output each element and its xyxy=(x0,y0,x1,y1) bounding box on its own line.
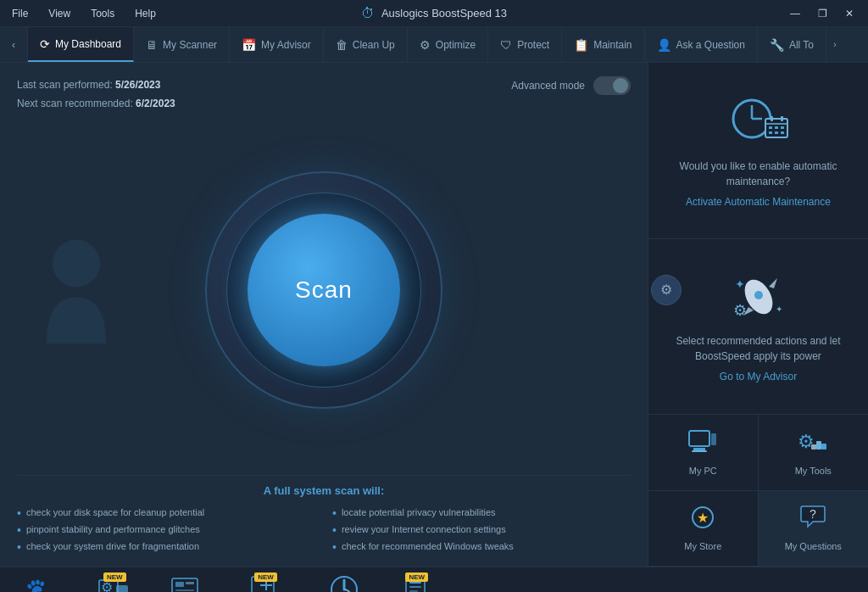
next-scan-date: 6/2/2023 xyxy=(136,98,175,109)
app-icon: ⏱ xyxy=(361,6,375,21)
bullet-5: review your Internet connection settings xyxy=(332,524,631,536)
svg-rect-35 xyxy=(186,582,194,584)
svg-point-0 xyxy=(53,239,100,287)
store-svg: ★ xyxy=(687,505,718,530)
menu-view[interactable]: View xyxy=(43,6,75,21)
nav-allto-label: All To xyxy=(789,39,814,51)
cat-mode-icon: 🐾 xyxy=(25,576,59,592)
svg-rect-6 xyxy=(769,126,772,129)
svg-rect-20 xyxy=(693,448,705,450)
advanced-mode-row: Advanced mode xyxy=(511,76,631,95)
protect-icon: 🛡 xyxy=(500,38,512,52)
nav-protect-label: Protect xyxy=(517,39,549,51)
menu-help[interactable]: Help xyxy=(130,6,161,21)
svg-rect-11 xyxy=(781,131,784,134)
scan-area: Scan ⚙ xyxy=(17,113,631,466)
maintenance-card-text: Would you like to enable automatic maint… xyxy=(662,159,854,189)
my-pc-label: My PC xyxy=(689,466,717,476)
advanced-mode-label: Advanced mode xyxy=(511,80,585,92)
activate-maintenance-link[interactable]: Activate Automatic Maintenance xyxy=(686,196,831,208)
startup-svg xyxy=(328,573,360,593)
scan-settings-button[interactable]: ⚙ xyxy=(651,275,682,305)
nav-dashboard[interactable]: ⟳ My Dashboard xyxy=(28,27,134,62)
scan-button[interactable]: Scan xyxy=(248,214,400,366)
optimize-icon: ⚙ xyxy=(420,38,431,52)
question-icon: 👤 xyxy=(657,38,671,52)
info-section: A full system scan will: check your disk… xyxy=(17,475,631,553)
svg-rect-21 xyxy=(692,450,707,452)
advisor-svg: ✦ ✦ ⚙ xyxy=(726,271,790,327)
disk-defrag-icon xyxy=(169,573,201,593)
close-button[interactable]: ✕ xyxy=(837,4,861,23)
advisor-card[interactable]: ✦ ✦ ⚙ Select recommended actions and let… xyxy=(648,239,868,416)
advisor-card-icon: ✦ ✦ ⚙ xyxy=(726,271,790,327)
app-title-area: ⏱ Auslogics BoostSpeed 13 xyxy=(361,6,507,21)
menu-file[interactable]: File xyxy=(7,6,33,21)
bullet-3: check your system drive for fragmentatio… xyxy=(17,541,315,553)
bullet-6: check for recommended Windows tweaks xyxy=(332,541,631,553)
svg-text:★: ★ xyxy=(697,511,709,525)
advanced-mode-toggle[interactable] xyxy=(593,76,631,95)
nav-arrow-left[interactable]: ‹ xyxy=(0,27,28,62)
multi-uninstall-tool[interactable]: NEW Multi Uninstall Manager xyxy=(222,567,307,592)
svg-rect-10 xyxy=(775,131,778,134)
multi-uninstall-new-badge: NEW xyxy=(254,572,277,582)
nav-question[interactable]: 👤 Ask a Question xyxy=(645,27,758,62)
svg-text:✦: ✦ xyxy=(735,277,745,291)
nav-scanner[interactable]: 🖥 My Scanner xyxy=(134,27,230,62)
disk-defrag-tool[interactable]: Disk Defrag xyxy=(151,567,219,592)
cat-mode-tool[interactable]: 🐾 Cat Mode Enable xyxy=(8,567,76,592)
my-pc-tool[interactable]: My PC xyxy=(648,415,759,490)
my-store-label: My Store xyxy=(684,541,721,551)
svg-rect-19 xyxy=(689,431,709,446)
menu-items: File View Tools Help xyxy=(7,6,161,21)
title-bar-left: File View Tools Help xyxy=(7,6,161,21)
tools-svg: ⚙ xyxy=(798,429,828,455)
minimize-button[interactable]: — xyxy=(783,4,807,23)
next-scan-label: Next scan recommended: xyxy=(17,98,133,109)
nav-advisor-label: My Advisor xyxy=(261,39,311,51)
svg-rect-36 xyxy=(175,589,194,591)
my-store-tool[interactable]: ★ My Store xyxy=(648,491,759,567)
nav-advisor[interactable]: 📅 My Advisor xyxy=(230,27,324,62)
menu-manager-tool[interactable]: NEW 📶 Menu Manager xyxy=(381,567,449,592)
right-panel: Would you like to enable automatic maint… xyxy=(648,63,868,567)
advisor-card-text: Select recommended actions and let Boost… xyxy=(662,333,854,364)
bullet-2: pinpoint stability and performance glitc… xyxy=(17,524,315,536)
svg-rect-26 xyxy=(811,444,816,450)
maintenance-card[interactable]: Would you like to enable automatic maint… xyxy=(648,63,868,239)
maintain-icon: 📋 xyxy=(574,38,588,52)
nav-bar: ‹ ⟳ My Dashboard 🖥 My Scanner 📅 My Advis… xyxy=(0,27,868,63)
svg-rect-25 xyxy=(821,444,826,450)
my-pc-icon xyxy=(687,429,718,461)
nav-maintain[interactable]: 📋 Maintain xyxy=(562,27,644,62)
svg-rect-12 xyxy=(771,116,773,121)
startup-manager-tool[interactable]: Startup Manager xyxy=(310,567,378,592)
bullets-grid: check your disk space for cleanup potent… xyxy=(17,507,631,553)
nav-optimize[interactable]: ⚙ Optimize xyxy=(408,27,488,62)
nav-arrow-right[interactable]: › xyxy=(826,27,843,62)
scan-middle-ring: Scan xyxy=(226,193,421,388)
nav-cleanup-label: Clean Up xyxy=(353,39,395,51)
allto-icon: 🔧 xyxy=(770,38,784,52)
my-questions-tool[interactable]: ? My Questions xyxy=(759,491,869,567)
nav-protect[interactable]: 🛡 Protect xyxy=(488,27,562,62)
advisor-icon: 📅 xyxy=(242,38,256,52)
nav-allto[interactable]: 🔧 All To xyxy=(758,27,826,62)
dashboard-icon: ⟳ xyxy=(40,37,50,51)
nav-cleanup[interactable]: 🗑 Clean Up xyxy=(324,27,408,62)
disk-svg xyxy=(169,573,201,593)
my-tools-icon: ⚙ xyxy=(798,429,828,461)
svg-rect-8 xyxy=(781,126,784,129)
svg-rect-47 xyxy=(409,590,418,592)
maximize-button[interactable]: ❐ xyxy=(810,4,834,23)
my-tools-tool[interactable]: ⚙ My Tools xyxy=(759,415,869,490)
main-layout: Last scan performed: 5/26/2023 Next scan… xyxy=(0,63,868,567)
addons-manager-tool[interactable]: NEW ⚙ Add-ons Manager xyxy=(80,567,147,592)
go-to-advisor-link[interactable]: Go to My Advisor xyxy=(720,371,797,383)
title-bar: File View Tools Help ⏱ Auslogics BoostSp… xyxy=(0,0,868,27)
nav-scanner-label: My Scanner xyxy=(163,39,217,51)
scanner-icon: 🖥 xyxy=(146,38,158,52)
menu-tools[interactable]: Tools xyxy=(86,6,120,21)
bullet-1: check your disk space for cleanup potent… xyxy=(17,507,315,519)
